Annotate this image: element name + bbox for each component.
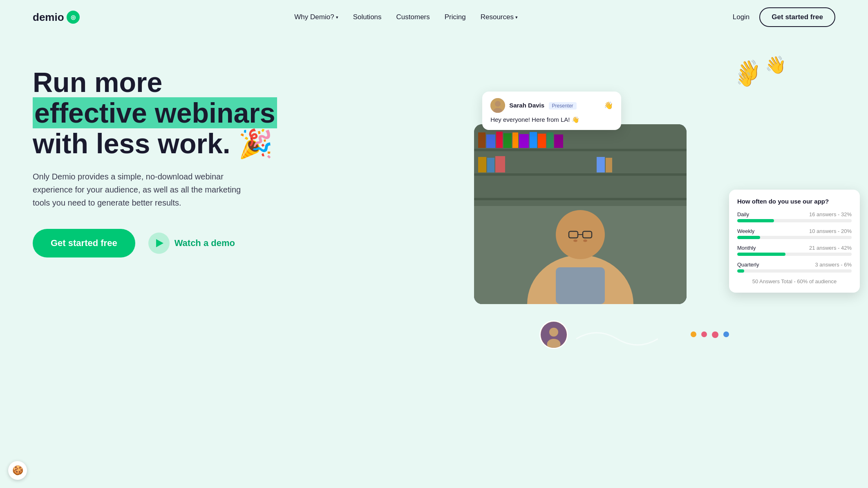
svg-rect-10: [496, 132, 503, 148]
poll-count-quarterly: 3 answers - 6%: [815, 262, 852, 268]
nav-link-pricing[interactable]: Pricing: [445, 13, 466, 21]
watch-demo-label: Watch a demo: [174, 238, 235, 248]
nav-link-customers[interactable]: Customers: [396, 13, 430, 21]
poll-bar-fill-quarterly: [737, 269, 744, 273]
hero-subtitle: Only Demio provides a simple, no-downloa…: [33, 170, 245, 209]
svg-rect-25: [556, 267, 605, 304]
wave-decoration: [576, 322, 658, 347]
nav-right: Login Get started free: [733, 7, 835, 27]
poll-count-weekly: 10 answers - 20%: [809, 228, 852, 234]
chat-message: Hey everyone! Here from LA! 👋: [490, 116, 613, 123]
svg-rect-20: [495, 156, 505, 172]
logo-icon: ◎: [67, 11, 80, 24]
poll-count-monthly: 21 answers - 42%: [809, 245, 852, 251]
person-svg: [474, 124, 687, 304]
nav-item-customers[interactable]: Customers: [396, 13, 430, 21]
svg-rect-14: [530, 132, 537, 148]
navbar: demio ◎ Why Demio? ▾ Solutions Customers…: [0, 0, 868, 34]
poll-row-quarterly: Quarterly 3 answers - 6%: [737, 262, 852, 273]
poll-bar-fill-weekly: [737, 236, 760, 239]
watch-demo-button[interactable]: Watch a demo: [148, 233, 235, 254]
nav-item-resources[interactable]: Resources ▾: [481, 13, 518, 21]
nav-item-solutions[interactable]: Solutions: [353, 13, 382, 21]
avatar-bottom: [539, 320, 568, 349]
login-link[interactable]: Login: [733, 13, 750, 21]
svg-rect-16: [547, 132, 553, 148]
nav-links: Why Demio? ▾ Solutions Customers Pricing…: [294, 13, 518, 21]
poll-row-header-monthly: Monthly 21 answers - 42%: [737, 245, 852, 251]
nav-link-why-demio[interactable]: Why Demio? ▾: [294, 13, 338, 21]
wave-emoji-small: 👋: [736, 71, 754, 87]
poll-row-monthly: Monthly 21 answers - 42%: [737, 245, 852, 256]
video-area: [474, 124, 687, 304]
poll-bar-bg-monthly: [737, 253, 852, 256]
wave-emoji-medium: 👋: [765, 55, 786, 82]
svg-rect-13: [519, 134, 529, 148]
nav-link-solutions[interactable]: Solutions: [353, 13, 382, 21]
avatar: [490, 98, 505, 113]
dot-pink-1: [701, 331, 707, 337]
svg-point-32: [549, 328, 558, 337]
svg-point-29: [573, 240, 577, 242]
poll-bar-bg-daily: [737, 219, 852, 222]
chevron-down-icon: ▾: [336, 15, 338, 20]
svg-rect-7: [474, 198, 687, 200]
cookie-icon: 🍪: [12, 465, 23, 476]
video-person: [474, 124, 687, 304]
poll-row-weekly: Weekly 10 answers - 20%: [737, 228, 852, 239]
poll-row-header: Daily 16 answers - 32%: [737, 211, 852, 217]
get-started-button[interactable]: Get started free: [33, 229, 135, 257]
hero-buttons: Get started free Watch a demo: [33, 229, 474, 257]
poll-count-daily: 16 answers - 32%: [809, 211, 852, 217]
poll-bar-fill-daily: [737, 219, 774, 222]
svg-rect-15: [538, 134, 546, 148]
chat-name: Sarah Davis: [509, 102, 544, 109]
svg-point-1: [495, 101, 501, 107]
cookie-consent-button[interactable]: 🍪: [8, 461, 27, 480]
hero-right: 👋 👋 👋 Sarah Davis Presenter: [474, 51, 835, 357]
svg-rect-9: [486, 134, 495, 148]
svg-point-33: [547, 339, 561, 349]
play-icon: [148, 233, 170, 254]
nav-item-pricing[interactable]: Pricing: [445, 13, 466, 21]
poll-row-header-quarterly: Quarterly 3 answers - 6%: [737, 262, 852, 268]
avatar-svg: [541, 320, 567, 349]
svg-rect-19: [487, 158, 494, 172]
svg-rect-18: [478, 157, 486, 172]
poll-row-daily: Daily 16 answers - 32%: [737, 211, 852, 222]
svg-rect-12: [512, 132, 518, 148]
dot-orange: [691, 331, 696, 337]
dot-pink-2: [712, 331, 718, 338]
nav-link-resources[interactable]: Resources ▾: [481, 13, 518, 21]
poll-label-monthly: Monthly: [737, 245, 756, 251]
svg-rect-6: [474, 173, 687, 176]
hero-title: Run more effective webinars with less wo…: [33, 67, 474, 159]
hero-left: Run more effective webinars with less wo…: [33, 51, 474, 257]
poll-total: 50 Answers Total - 60% of audience: [737, 278, 852, 284]
logo[interactable]: demio ◎: [33, 11, 80, 24]
svg-rect-5: [474, 149, 687, 151]
poll-bar-fill-monthly: [737, 253, 785, 256]
dot-blue: [723, 331, 729, 337]
svg-rect-8: [478, 132, 485, 148]
svg-rect-22: [606, 158, 612, 172]
confetti-emoji: 🎉: [238, 128, 273, 159]
poll-label-daily: Daily: [737, 211, 749, 217]
poll-title: How often do you use our app?: [737, 198, 852, 205]
bottom-decoration: [539, 320, 729, 349]
nav-get-started-button[interactable]: Get started free: [759, 7, 835, 27]
svg-rect-21: [597, 157, 605, 172]
poll-label-quarterly: Quarterly: [737, 262, 759, 268]
chat-name-container: Sarah Davis Presenter: [509, 102, 576, 109]
chevron-down-icon: ▾: [515, 15, 518, 20]
chat-header: Sarah Davis Presenter 👋: [490, 98, 613, 113]
presenter-badge: Presenter: [549, 102, 577, 110]
poll-bar-bg-weekly: [737, 236, 852, 239]
dots-container: [691, 331, 729, 338]
nav-item-why-demio[interactable]: Why Demio? ▾: [294, 13, 338, 21]
chat-bubble: Sarah Davis Presenter 👋 Hey everyone! He…: [482, 92, 621, 130]
poll-row-header-weekly: Weekly 10 answers - 20%: [737, 228, 852, 234]
logo-text: demio: [33, 11, 64, 24]
play-triangle-icon: [156, 239, 163, 247]
poll-label-weekly: Weekly: [737, 228, 754, 234]
